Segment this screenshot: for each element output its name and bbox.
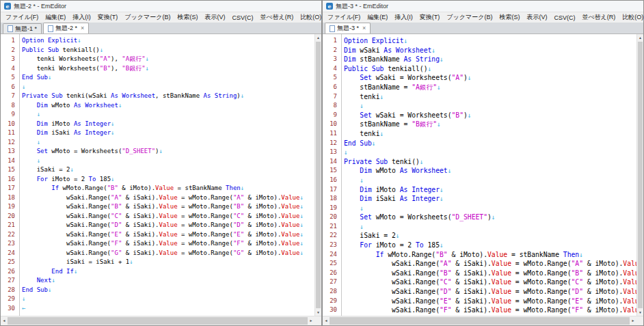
code-line: 15 iSaki = 2↓ <box>1 165 314 175</box>
menu-item[interactable]: 編集(E) <box>364 13 391 22</box>
menu-item[interactable]: 並べ替え(R) <box>578 13 619 22</box>
code-token: & iMoto). <box>448 251 487 258</box>
code-token: Value <box>159 249 178 256</box>
code-token: Value <box>281 240 299 247</box>
menu-item[interactable]: 表示(V) <box>201 13 228 22</box>
code-text: If wMoto.Range("B" & iMoto).Value = stBa… <box>341 250 583 260</box>
code-text: For iMoto = 2 To 185↓ <box>19 175 115 185</box>
scroll-down-icon[interactable]: ▼ <box>315 309 321 316</box>
horizontal-scroll-thumb[interactable] <box>330 317 630 325</box>
scroll-right-icon[interactable]: ► <box>308 316 314 325</box>
document-tab[interactable]: 無題-1 * <box>3 23 42 33</box>
code-line: 18 wSaki.Range("A" & iSaki).Value = wMot… <box>1 193 314 203</box>
scroll-left-icon[interactable]: ◄ <box>1 316 8 325</box>
menu-item[interactable]: 表示(V) <box>523 13 550 22</box>
code-line: 18 Dim iSaki As Integer↓ <box>323 194 636 204</box>
horizontal-scrollbar[interactable]: ◄ ► <box>323 316 643 325</box>
newline-mark: ↓ <box>427 65 431 72</box>
code-token: To <box>416 241 424 249</box>
code-line: 12End Sub↓ <box>323 139 636 148</box>
horizontal-scroll-thumb[interactable] <box>8 317 308 325</box>
menu-item[interactable]: 挿入(I) <box>69 13 94 22</box>
code-line: 19 wSaki.Range("B" & iSaki).Value = wMot… <box>1 202 314 212</box>
horizontal-scrollbar[interactable]: ◄ ► <box>1 316 321 325</box>
code-text: Dim stBankName As String↓ <box>341 55 444 64</box>
newline-mark: ↓ <box>420 158 424 165</box>
menu-item[interactable]: 並べ替え(R) <box>256 13 297 22</box>
text-editor[interactable]: 1Option Explicit↓2Dim wSaki As Worksheet… <box>323 34 636 316</box>
code-line: 9 Set wSaki = Worksheets("B")↓ <box>323 111 636 120</box>
code-text: wSaki.Range("E" & iSaki).Value = wMoto.R… <box>19 230 304 240</box>
line-number: 24 <box>1 249 19 258</box>
line-number: 27 <box>1 276 19 286</box>
vertical-scrollbar[interactable]: ▲ ▼ <box>314 34 321 316</box>
menu-item[interactable]: 変換(T) <box>94 13 122 22</box>
menu-item[interactable]: 検索(S) <box>174 13 201 22</box>
line-number: 14 <box>323 157 341 167</box>
code-token: wSaki.Range( <box>344 297 440 305</box>
menu-item[interactable]: 挿入(I) <box>391 13 416 22</box>
code-token: & iSaki). <box>451 306 491 314</box>
code-token: Dim <box>37 120 48 127</box>
code-line: 16 ↓ <box>323 176 636 185</box>
code-line: 8 Dim wMoto As Worksheet↓ <box>1 101 314 111</box>
menu-item[interactable]: 比較(O) <box>297 13 321 22</box>
code-token: = wMoto.Range( <box>511 269 572 277</box>
code-token <box>22 120 37 127</box>
code-token: If <box>51 185 59 191</box>
scroll-down-icon[interactable]: ▼ <box>637 309 643 316</box>
code-token: "A" <box>452 74 464 81</box>
code-token: String <box>416 55 440 63</box>
code-token: "C" <box>440 278 452 286</box>
menu-item[interactable]: CSV(C) <box>228 14 256 21</box>
code-token: As <box>74 129 81 136</box>
menu-item[interactable]: 検索(S) <box>496 13 523 22</box>
newline-mark: ↓ <box>118 102 122 109</box>
code-token: Value <box>492 288 511 295</box>
code-token: Dim <box>360 195 372 202</box>
menu-item[interactable]: ファイル(F) <box>324 13 364 22</box>
document-tab[interactable]: 無題-3 *× <box>325 23 371 33</box>
code-line: 4Public Sub tenkiall()↓ <box>323 64 636 74</box>
vertical-scroll-thumb[interactable] <box>316 42 321 308</box>
code-token: wSaki = Worksheets( <box>372 74 452 81</box>
code-text: stBankName = "B銀行"↓ <box>341 120 441 129</box>
tab-bar: 無題-1 *無題-2 *× <box>1 23 321 34</box>
line-number: 11 <box>1 128 19 138</box>
menu-item[interactable]: ブックマーク(B) <box>121 13 174 22</box>
code-token: Value <box>281 213 299 219</box>
scroll-up-icon[interactable]: ▲ <box>637 34 643 41</box>
scrollbar-corner <box>636 316 643 325</box>
menu-item[interactable]: 変換(T) <box>416 13 444 22</box>
code-line: 22 iSaki = 2↓ <box>323 231 636 241</box>
code-token: = wMoto.Range( <box>178 213 233 219</box>
menu-item[interactable]: ファイル(F) <box>2 13 42 22</box>
newline-mark: ↓ <box>360 176 364 184</box>
text-editor[interactable]: 1Option Explicit↓2Public Sub tenkiall()↓… <box>1 34 314 316</box>
menu-item[interactable]: CSV(C) <box>550 14 578 21</box>
line-number: 9 <box>1 110 19 120</box>
scroll-right-icon[interactable]: ► <box>630 316 636 325</box>
vertical-scroll-thumb[interactable] <box>638 42 643 308</box>
scroll-up-icon[interactable]: ▲ <box>315 34 321 41</box>
code-line: 17 If wMoto.Range("B" & iMoto).Value = s… <box>1 184 314 193</box>
code-token: As <box>404 55 412 63</box>
newline-mark: ↓ <box>380 93 384 100</box>
newline-mark: ↓ <box>70 166 73 173</box>
code-token: Set <box>360 74 372 81</box>
tab-close-icon[interactable]: × <box>81 25 84 31</box>
vertical-scrollbar[interactable]: ▲ ▼ <box>636 34 643 316</box>
newline-mark: ↓ <box>437 83 441 91</box>
tab-close-icon[interactable]: × <box>362 25 366 31</box>
newline-mark: ↓ <box>100 46 103 53</box>
menu-item[interactable]: 比較(O) <box>619 13 643 22</box>
line-number: 28 <box>323 287 341 297</box>
code-token <box>22 157 37 164</box>
document-tab[interactable]: 無題-2 *× <box>43 23 89 33</box>
scroll-left-icon[interactable]: ◄ <box>323 316 330 325</box>
code-text: wSaki.Range("F" & iSaki).Value = wMoto.R… <box>19 239 304 249</box>
newline-mark: ↓ <box>299 203 303 210</box>
menu-item[interactable]: 編集(E) <box>42 13 69 22</box>
code-token: As <box>111 92 118 99</box>
menu-item[interactable]: ブックマーク(B) <box>443 13 496 22</box>
